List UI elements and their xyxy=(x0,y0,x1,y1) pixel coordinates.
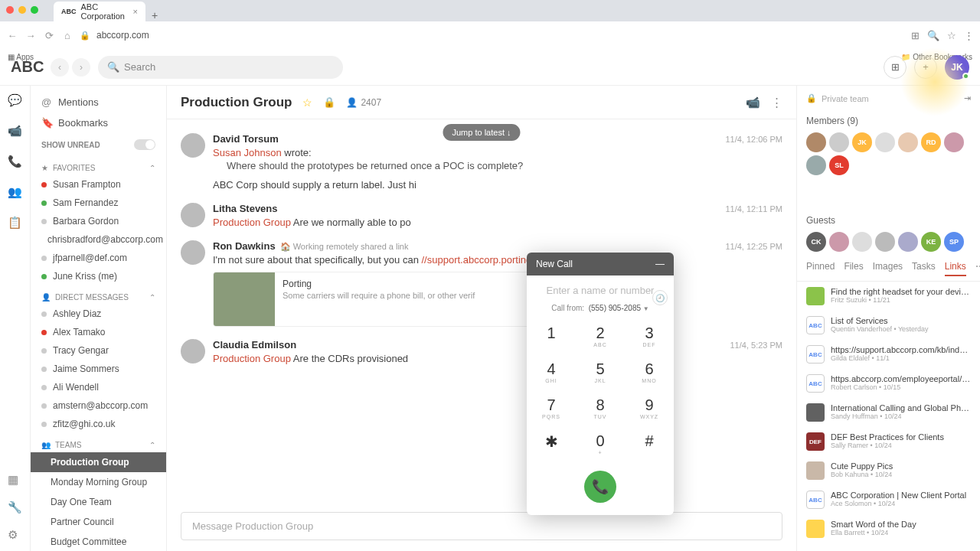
avatar[interactable]: CK xyxy=(806,232,826,252)
person-item[interactable]: chrisbradford@abccorp.com xyxy=(31,230,166,249)
tools-icon[interactable]: 🔧 xyxy=(8,500,22,514)
person-item[interactable]: amstern@abccorp.com xyxy=(31,396,166,415)
dm-section[interactable]: 👤DIRECT MESSAGES⌃ xyxy=(31,285,166,305)
tasks-icon[interactable]: 📋 xyxy=(8,216,22,230)
team-item[interactable]: Budget Committee xyxy=(31,532,166,551)
user-avatar[interactable]: JK xyxy=(945,55,969,80)
add-icon[interactable]: + xyxy=(914,56,937,79)
person-item[interactable]: Alex Tamako xyxy=(31,323,166,341)
panel-tab[interactable]: Images xyxy=(873,261,903,276)
panel-tab[interactable]: Tasks xyxy=(912,261,936,276)
search-input[interactable]: 🔍 Search xyxy=(98,56,343,79)
contacts-icon[interactable]: 👥 xyxy=(8,185,22,199)
keypad-key[interactable]: 4GHI xyxy=(527,354,576,390)
avatar[interactable] xyxy=(898,132,918,152)
dialpad-icon[interactable]: ⊞ xyxy=(884,56,906,79)
reload-icon[interactable]: ⟳ xyxy=(43,30,55,41)
avatar[interactable] xyxy=(944,132,964,152)
avatar[interactable]: SP xyxy=(944,232,964,252)
person-item[interactable]: June Kriss (me) xyxy=(31,267,166,285)
avatar[interactable] xyxy=(898,232,918,252)
message-author[interactable]: Litha Stevens xyxy=(213,203,278,214)
menu-icon[interactable]: ⋮ xyxy=(964,30,974,41)
team-item[interactable]: Production Group xyxy=(31,452,166,472)
avatar[interactable] xyxy=(181,339,205,364)
favorites-section[interactable]: ★FAVORITES⌃ xyxy=(31,156,166,175)
teams-section[interactable]: 👥TEAMS⌃ xyxy=(31,433,166,452)
person-item[interactable]: jfparnell@def.com xyxy=(31,249,166,267)
dialer-input[interactable]: Enter a name or number🕘 xyxy=(527,276,674,299)
jump-to-latest-button[interactable]: Jump to latest ↓ xyxy=(443,124,520,141)
person-item[interactable]: Susan Frampton xyxy=(31,175,166,194)
more-icon[interactable]: ⋯ xyxy=(975,261,980,276)
home-icon[interactable]: ⌂ xyxy=(61,30,74,41)
call-button[interactable]: 📞 xyxy=(584,471,616,503)
keypad-key[interactable]: 8TUV xyxy=(576,390,625,426)
message-author[interactable]: David Torsum xyxy=(213,133,279,145)
close-tab-icon[interactable]: × xyxy=(133,7,138,16)
more-icon[interactable]: ⋮ xyxy=(771,96,782,109)
team-item[interactable]: Partner Council xyxy=(31,512,166,532)
keypad-key[interactable]: 9WXYZ xyxy=(625,390,674,426)
person-item[interactable]: Ali Wendell xyxy=(31,378,166,396)
person-item[interactable]: Sam Fernandez xyxy=(31,194,166,212)
keypad-key[interactable]: 0+ xyxy=(576,426,625,463)
show-unread-toggle[interactable]: SHOW UNREAD xyxy=(31,133,166,156)
star-icon[interactable]: ☆ xyxy=(947,30,956,41)
recent-icon[interactable]: 🕘 xyxy=(652,290,668,305)
phone-icon[interactable]: 📞 xyxy=(8,155,22,168)
link-item[interactable]: ABChttps://support.abccorp.com/kb/index.… xyxy=(797,340,980,369)
window-controls[interactable] xyxy=(6,6,38,14)
keypad-key[interactable]: 1 xyxy=(527,318,576,354)
member-count[interactable]: 👤2407 xyxy=(346,97,381,108)
keypad-key[interactable]: ✱ xyxy=(527,426,576,463)
avatar[interactable] xyxy=(852,232,872,252)
browser-tab[interactable]: ABC ABC Corporation × xyxy=(54,2,145,21)
avatar[interactable] xyxy=(181,133,205,158)
keypad-key[interactable]: 5JKL xyxy=(576,354,625,390)
favorite-star-icon[interactable]: ☆ xyxy=(302,96,312,109)
link-item[interactable]: ABCABC Corporation | New Client PortalAc… xyxy=(797,485,980,514)
minimize-icon[interactable]: — xyxy=(655,259,665,269)
link-item[interactable]: Smart Word of the DayElla Barrett • 10/2… xyxy=(797,514,980,543)
mentions-nav[interactable]: @Mentions xyxy=(31,92,166,112)
avatar[interactable]: JK xyxy=(852,132,872,152)
nav-back-icon[interactable]: ‹ xyxy=(51,58,69,77)
avatar[interactable]: RD xyxy=(921,132,941,152)
link-item[interactable]: International Calling and Global Phone..… xyxy=(797,398,980,427)
zoom-icon[interactable]: 🔍 xyxy=(927,30,939,41)
avatar[interactable] xyxy=(875,232,895,252)
message-author[interactable]: Claudia Edmilson xyxy=(213,339,296,350)
keypad-key[interactable]: # xyxy=(625,426,674,463)
person-item[interactable]: zfitz@ghi.co.uk xyxy=(31,415,166,433)
apps-icon[interactable]: ▦ xyxy=(8,473,22,487)
message-list[interactable]: Jump to latest ↓ David TorsumSusan Johns… xyxy=(167,119,796,504)
video-call-icon[interactable]: 📹 xyxy=(746,96,760,109)
url-text[interactable]: abccorp.com xyxy=(96,30,905,41)
panel-tab[interactable]: Pinned xyxy=(806,261,835,276)
video-icon[interactable]: 📹 xyxy=(8,124,22,138)
keypad-key[interactable]: 6MNO xyxy=(625,354,674,390)
person-item[interactable]: Jaime Sommers xyxy=(31,360,166,378)
panel-tab[interactable]: Links xyxy=(945,261,966,276)
call-from-selector[interactable]: Call from: (555) 905-2085 ▼ xyxy=(527,299,674,318)
keypad-key[interactable]: 3DEF xyxy=(625,318,674,354)
avatar[interactable] xyxy=(829,132,849,152)
keypad-key[interactable]: 2ABC xyxy=(576,318,625,354)
person-item[interactable]: Tracy Gengar xyxy=(31,341,166,360)
avatar[interactable]: SL xyxy=(829,155,849,175)
bookmarks-nav[interactable]: 🔖Bookmarks xyxy=(31,112,166,133)
link-item[interactable]: ABCList of ServicesQuentin Vanderhoef • … xyxy=(797,311,980,340)
link-item[interactable]: Find the right headset for your device w… xyxy=(797,282,980,311)
avatar[interactable] xyxy=(181,203,205,227)
keypad-key[interactable]: 7PQRS xyxy=(527,390,576,426)
link-item[interactable]: DEFDEF Best Practices for ClientsSally R… xyxy=(797,427,980,456)
link-item[interactable]: Cute Puppy PicsBob Kahuna • 10/24 xyxy=(797,456,980,485)
team-item[interactable]: Day One Team xyxy=(31,492,166,512)
person-item[interactable]: Ashley Diaz xyxy=(31,305,166,323)
panel-tab[interactable]: Files xyxy=(844,261,863,276)
avatar[interactable] xyxy=(181,240,205,265)
extension-icon[interactable]: ⊞ xyxy=(911,30,920,41)
new-tab-button[interactable]: + xyxy=(145,9,164,21)
forward-icon[interactable]: → xyxy=(24,30,37,41)
